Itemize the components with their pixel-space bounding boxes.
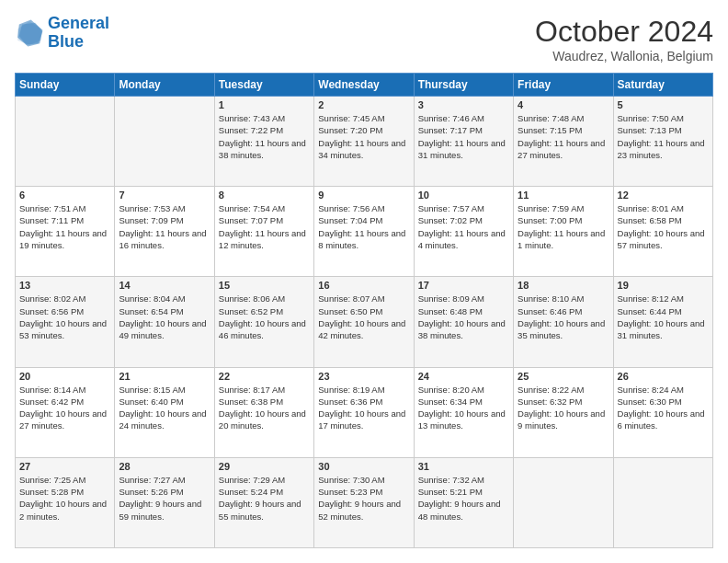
week-row-3: 13Sunrise: 8:02 AMSunset: 6:56 PMDayligh… xyxy=(16,277,713,367)
calendar-cell: 15Sunrise: 8:06 AMSunset: 6:52 PMDayligh… xyxy=(214,277,313,367)
day-number: 30 xyxy=(318,461,409,472)
logo-text: General Blue xyxy=(48,15,109,52)
calendar-cell: 7Sunrise: 7:53 AMSunset: 7:09 PMDaylight… xyxy=(115,187,214,277)
day-number: 21 xyxy=(119,371,210,382)
week-row-5: 27Sunrise: 7:25 AMSunset: 5:28 PMDayligh… xyxy=(16,457,713,547)
week-row-1: 1Sunrise: 7:43 AMSunset: 7:22 PMDaylight… xyxy=(16,97,713,187)
day-number: 15 xyxy=(219,280,310,291)
location-subtitle: Waudrez, Wallonia, Belgium xyxy=(535,49,713,63)
day-info: Sunrise: 8:07 AMSunset: 6:50 PMDaylight:… xyxy=(318,293,409,341)
calendar-cell: 28Sunrise: 7:27 AMSunset: 5:26 PMDayligh… xyxy=(115,457,214,547)
day-info: Sunrise: 8:09 AMSunset: 6:48 PMDaylight:… xyxy=(418,293,509,341)
day-info: Sunrise: 7:53 AMSunset: 7:09 PMDaylight:… xyxy=(119,202,210,251)
weekday-header-monday: Monday xyxy=(115,74,214,97)
day-info: Sunrise: 8:04 AMSunset: 6:54 PMDaylight:… xyxy=(119,293,210,341)
day-number: 1 xyxy=(219,99,310,110)
day-number: 29 xyxy=(219,461,310,472)
calendar-cell: 21Sunrise: 8:15 AMSunset: 6:40 PMDayligh… xyxy=(115,367,214,457)
day-info: Sunrise: 7:51 AMSunset: 7:11 PMDaylight:… xyxy=(19,202,110,251)
calendar-table: SundayMondayTuesdayWednesdayThursdayFrid… xyxy=(15,73,713,548)
day-info: Sunrise: 7:29 AMSunset: 5:24 PMDaylight:… xyxy=(219,474,310,523)
day-info: Sunrise: 7:57 AMSunset: 7:02 PMDaylight:… xyxy=(418,202,509,251)
calendar-cell: 31Sunrise: 7:32 AMSunset: 5:21 PMDayligh… xyxy=(414,457,513,547)
calendar-cell: 19Sunrise: 8:12 AMSunset: 6:44 PMDayligh… xyxy=(613,277,712,367)
calendar-cell: 20Sunrise: 8:14 AMSunset: 6:42 PMDayligh… xyxy=(16,367,115,457)
weekday-header-row: SundayMondayTuesdayWednesdayThursdayFrid… xyxy=(16,74,713,97)
logo: General Blue xyxy=(15,15,109,52)
day-number: 18 xyxy=(518,280,609,291)
day-number: 9 xyxy=(318,190,409,201)
title-block: October 2024 Waudrez, Wallonia, Belgium xyxy=(535,15,713,63)
day-info: Sunrise: 8:12 AMSunset: 6:44 PMDaylight:… xyxy=(618,293,709,341)
calendar-cell xyxy=(115,97,214,187)
day-info: Sunrise: 8:17 AMSunset: 6:38 PMDaylight:… xyxy=(219,384,310,432)
day-info: Sunrise: 7:45 AMSunset: 7:20 PMDaylight:… xyxy=(318,112,409,161)
calendar-cell: 6Sunrise: 7:51 AMSunset: 7:11 PMDaylight… xyxy=(16,187,115,277)
weekday-header-thursday: Thursday xyxy=(414,74,513,97)
day-info: Sunrise: 8:14 AMSunset: 6:42 PMDaylight:… xyxy=(19,384,110,432)
calendar-cell: 25Sunrise: 8:22 AMSunset: 6:32 PMDayligh… xyxy=(514,367,613,457)
day-number: 17 xyxy=(418,280,509,291)
calendar-cell: 30Sunrise: 7:30 AMSunset: 5:23 PMDayligh… xyxy=(314,457,414,547)
calendar-cell: 24Sunrise: 8:20 AMSunset: 6:34 PMDayligh… xyxy=(414,367,513,457)
calendar-cell xyxy=(514,457,613,547)
day-info: Sunrise: 8:06 AMSunset: 6:52 PMDaylight:… xyxy=(219,293,310,341)
calendar-cell: 29Sunrise: 7:29 AMSunset: 5:24 PMDayligh… xyxy=(214,457,313,547)
day-info: Sunrise: 8:01 AMSunset: 6:58 PMDaylight:… xyxy=(618,202,709,251)
calendar-cell: 10Sunrise: 7:57 AMSunset: 7:02 PMDayligh… xyxy=(414,187,513,277)
day-number: 16 xyxy=(318,280,409,291)
day-info: Sunrise: 8:24 AMSunset: 6:30 PMDaylight:… xyxy=(618,384,709,432)
day-info: Sunrise: 7:27 AMSunset: 5:26 PMDaylight:… xyxy=(119,474,210,523)
day-number: 3 xyxy=(418,99,509,110)
page: General Blue October 2024 Waudrez, Wallo… xyxy=(0,0,728,563)
calendar-cell: 18Sunrise: 8:10 AMSunset: 6:46 PMDayligh… xyxy=(514,277,613,367)
calendar-cell xyxy=(613,457,712,547)
day-number: 2 xyxy=(318,99,409,110)
day-number: 11 xyxy=(518,190,609,201)
calendar-cell: 16Sunrise: 8:07 AMSunset: 6:50 PMDayligh… xyxy=(314,277,414,367)
month-title: October 2024 xyxy=(535,15,713,49)
calendar-cell: 5Sunrise: 7:50 AMSunset: 7:13 PMDaylight… xyxy=(613,97,712,187)
day-info: Sunrise: 8:22 AMSunset: 6:32 PMDaylight:… xyxy=(518,384,609,432)
day-number: 20 xyxy=(19,371,110,382)
calendar-cell: 26Sunrise: 8:24 AMSunset: 6:30 PMDayligh… xyxy=(613,367,712,457)
weekday-header-saturday: Saturday xyxy=(613,74,712,97)
calendar-cell: 2Sunrise: 7:45 AMSunset: 7:20 PMDaylight… xyxy=(314,97,414,187)
day-info: Sunrise: 8:20 AMSunset: 6:34 PMDaylight:… xyxy=(418,384,509,432)
day-number: 14 xyxy=(119,280,210,291)
day-info: Sunrise: 7:56 AMSunset: 7:04 PMDaylight:… xyxy=(318,202,409,251)
calendar-cell: 17Sunrise: 8:09 AMSunset: 6:48 PMDayligh… xyxy=(414,277,513,367)
day-number: 6 xyxy=(19,190,110,201)
logo-general: General xyxy=(48,14,109,32)
weekday-header-tuesday: Tuesday xyxy=(214,74,313,97)
weekday-header-wednesday: Wednesday xyxy=(314,74,414,97)
calendar-cell: 22Sunrise: 8:17 AMSunset: 6:38 PMDayligh… xyxy=(214,367,313,457)
day-number: 25 xyxy=(518,371,609,382)
calendar-cell: 8Sunrise: 7:54 AMSunset: 7:07 PMDaylight… xyxy=(214,187,313,277)
logo-icon xyxy=(15,18,44,48)
week-row-4: 20Sunrise: 8:14 AMSunset: 6:42 PMDayligh… xyxy=(16,367,713,457)
week-row-2: 6Sunrise: 7:51 AMSunset: 7:11 PMDaylight… xyxy=(16,187,713,277)
calendar-cell: 9Sunrise: 7:56 AMSunset: 7:04 PMDaylight… xyxy=(314,187,414,277)
calendar-cell: 27Sunrise: 7:25 AMSunset: 5:28 PMDayligh… xyxy=(16,457,115,547)
day-info: Sunrise: 7:59 AMSunset: 7:00 PMDaylight:… xyxy=(518,202,609,251)
calendar-cell: 14Sunrise: 8:04 AMSunset: 6:54 PMDayligh… xyxy=(115,277,214,367)
calendar-cell: 4Sunrise: 7:48 AMSunset: 7:15 PMDaylight… xyxy=(514,97,613,187)
weekday-header-sunday: Sunday xyxy=(16,74,115,97)
day-number: 23 xyxy=(318,371,409,382)
calendar-cell: 12Sunrise: 8:01 AMSunset: 6:58 PMDayligh… xyxy=(613,187,712,277)
day-info: Sunrise: 8:10 AMSunset: 6:46 PMDaylight:… xyxy=(518,293,609,341)
day-number: 13 xyxy=(19,280,110,291)
calendar-cell xyxy=(16,97,115,187)
day-info: Sunrise: 8:02 AMSunset: 6:56 PMDaylight:… xyxy=(19,293,110,341)
day-info: Sunrise: 7:54 AMSunset: 7:07 PMDaylight:… xyxy=(219,202,310,251)
day-number: 7 xyxy=(119,190,210,201)
day-number: 10 xyxy=(418,190,509,201)
calendar-cell: 1Sunrise: 7:43 AMSunset: 7:22 PMDaylight… xyxy=(214,97,313,187)
logo-blue: Blue xyxy=(48,32,84,51)
day-info: Sunrise: 7:30 AMSunset: 5:23 PMDaylight:… xyxy=(318,474,409,523)
day-number: 22 xyxy=(219,371,310,382)
day-info: Sunrise: 7:50 AMSunset: 7:13 PMDaylight:… xyxy=(618,112,709,161)
weekday-header-friday: Friday xyxy=(514,74,613,97)
day-number: 12 xyxy=(618,190,709,201)
